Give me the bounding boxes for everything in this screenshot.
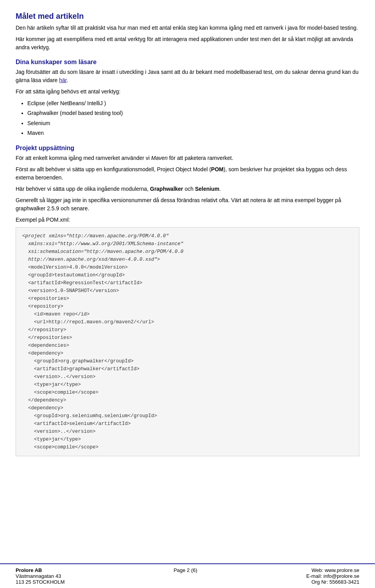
intro-paragraph-2: Här kommer jag att exemplifiera med ett … bbox=[16, 35, 359, 52]
footer-address1: Västmannagatan 43 bbox=[16, 573, 64, 579]
list-item: Eclipse (eller NetBeans/ IntelliJ ) bbox=[27, 99, 359, 108]
project-paragraph-4: Generellt så lägger jag inte in specifik… bbox=[16, 196, 359, 213]
project-paragraph-3: Här behöver vi sätta upp de olika ingåen… bbox=[16, 185, 359, 193]
footer-left: Prolore AB Västmannagatan 43 113 25 STOC… bbox=[16, 567, 64, 585]
main-heading: Målet med artikeln bbox=[16, 12, 359, 21]
tools-intro: För att sätta igång behövs ett antal ver… bbox=[16, 88, 359, 96]
list-item: Maven bbox=[27, 129, 359, 137]
intro-paragraph-1: Den här artikeln syftar till att praktis… bbox=[16, 24, 359, 32]
project-paragraph-1: För att enkelt komma igång med ramverket… bbox=[16, 154, 359, 162]
footer-org: Org Nr: 556683-3421 bbox=[311, 579, 359, 585]
section-reader-heading: Dina kunskaper som läsare bbox=[16, 59, 359, 66]
list-item: Selenium bbox=[27, 119, 359, 127]
footer-center: Page 2 (6) bbox=[173, 567, 197, 585]
reader-paragraph-1: Jag förutsätter att du som läsare är ins… bbox=[16, 68, 359, 84]
footer-address2: 113 25 STOCKHOLM bbox=[16, 579, 64, 585]
footer-right: Web: www.prolore.se E-mail: info@prolore… bbox=[306, 567, 359, 585]
code-block: <project xmlns="http://maven.apache.org/… bbox=[16, 227, 359, 456]
har-link[interactable]: här bbox=[59, 77, 66, 83]
footer-web: Web: www.prolore.se bbox=[311, 567, 359, 573]
footer-email: E-mail: info@prolore.se bbox=[306, 573, 359, 579]
page-footer: Prolore AB Västmannagatan 43 113 25 STOC… bbox=[0, 563, 375, 588]
tools-list: Eclipse (eller NetBeans/ IntelliJ ) Grap… bbox=[27, 99, 359, 138]
pom-example-label: Exempel på POM.xml: bbox=[16, 216, 359, 224]
list-item: Graphwalker (model based testing tool) bbox=[27, 109, 359, 117]
section-project-heading: Projekt uppsättning bbox=[16, 145, 359, 152]
page-content: Målet med artikeln Den här artikeln syft… bbox=[0, 0, 375, 588]
footer-page: Page 2 (6) bbox=[173, 567, 197, 573]
footer-company: Prolore AB bbox=[16, 567, 64, 573]
project-paragraph-2: Först av allt behöver vi sätta upp en ko… bbox=[16, 165, 359, 182]
